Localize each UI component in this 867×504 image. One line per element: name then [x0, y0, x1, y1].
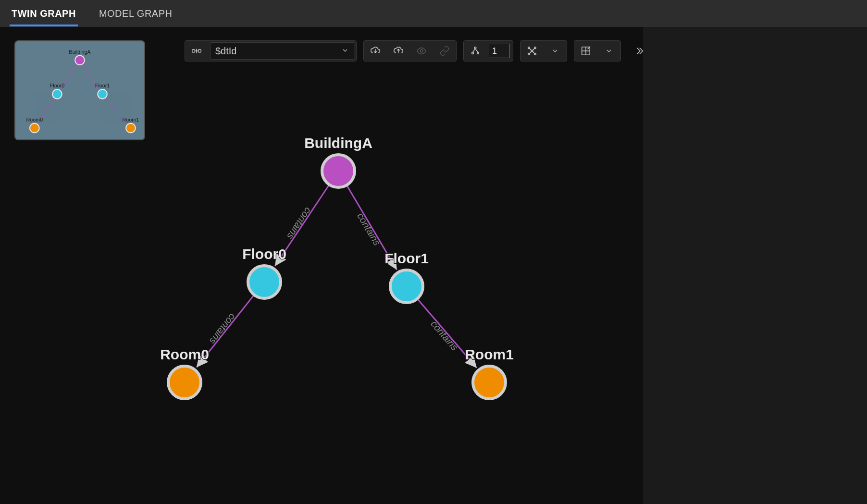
- tab-model-graph[interactable]: MODEL GRAPH: [97, 1, 174, 26]
- svg-point-26: [531, 50, 533, 52]
- svg-line-8: [102, 94, 131, 128]
- cloud-upload-button[interactable]: [387, 40, 410, 61]
- node-Floor0[interactable]: Floor0: [242, 246, 286, 298]
- svg-point-29: [528, 53, 530, 55]
- svg-point-3: [168, 366, 201, 399]
- svg-line-6: [80, 60, 102, 94]
- tab-bar: TWIN GRAPH MODEL GRAPH: [0, 0, 867, 27]
- view-mode-button[interactable]: [574, 40, 597, 61]
- link-button[interactable]: [433, 40, 456, 61]
- view-mode-group: [574, 40, 621, 61]
- minimap-node-Room1: [126, 123, 136, 133]
- view-mode-chevron-button[interactable]: [597, 40, 620, 61]
- expansion-level-input[interactable]: [489, 44, 510, 58]
- svg-point-21: [474, 47, 476, 49]
- id-format-icon[interactable]: [185, 46, 208, 56]
- minimap[interactable]: BuildingAFloor0Floor1Room0Room1: [14, 40, 145, 140]
- layout-group: [520, 40, 567, 61]
- expand-group: [463, 40, 513, 61]
- svg-text:Floor1: Floor1: [95, 83, 110, 88]
- svg-line-33: [530, 51, 532, 53]
- node-label: BuildingA: [304, 135, 372, 151]
- svg-line-34: [533, 51, 534, 53]
- svg-point-0: [322, 155, 355, 187]
- id-selector-group: $dtId: [185, 40, 357, 61]
- svg-point-22: [472, 52, 474, 54]
- svg-line-7: [35, 94, 57, 128]
- io-group: [363, 40, 457, 61]
- svg-text:Floor0: Floor0: [50, 83, 65, 88]
- svg-point-30: [534, 53, 536, 55]
- minimap-node-BuildingA: [75, 55, 85, 65]
- toolbar-overflow-button[interactable]: [628, 40, 651, 61]
- svg-point-23: [477, 52, 479, 54]
- layout-chevron-button[interactable]: [544, 40, 567, 61]
- svg-line-5: [57, 60, 80, 94]
- svg-line-32: [533, 49, 534, 50]
- minimap-node-Floor0: [52, 89, 62, 99]
- edge-label: contains: [355, 211, 383, 247]
- svg-line-24: [473, 49, 476, 52]
- expand-tree-button[interactable]: [464, 40, 487, 61]
- content-area: containscontainscontainscontains Buildin…: [0, 27, 867, 504]
- id-property-dropdown[interactable]: $dtId: [210, 42, 354, 60]
- node-label: Room0: [160, 346, 209, 362]
- svg-point-1: [248, 266, 281, 298]
- svg-line-31: [530, 49, 532, 50]
- svg-rect-14: [192, 49, 195, 52]
- node-label: Room1: [465, 346, 514, 362]
- svg-line-25: [475, 49, 478, 52]
- svg-point-2: [390, 270, 423, 303]
- id-property-value: $dtId: [215, 46, 236, 57]
- svg-text:Room0: Room0: [26, 117, 43, 123]
- chevron-down-icon: [341, 46, 349, 57]
- svg-point-28: [534, 47, 536, 49]
- svg-text:Room1: Room1: [123, 117, 139, 123]
- edge-label: contains: [208, 312, 238, 346]
- minimap-node-Room0: [30, 123, 39, 133]
- svg-rect-15: [198, 49, 201, 52]
- edge-label: contains: [285, 206, 314, 241]
- right-side-panel: [643, 27, 867, 504]
- edge-label: contains: [429, 319, 460, 353]
- node-Room0[interactable]: Room0: [160, 346, 209, 399]
- node-Room1[interactable]: Room1: [465, 346, 514, 399]
- cloud-download-button[interactable]: [364, 40, 387, 61]
- svg-point-27: [528, 47, 530, 49]
- visibility-toggle-button[interactable]: [410, 40, 433, 61]
- svg-point-4: [473, 366, 506, 399]
- minimap-node-Floor1: [98, 89, 107, 99]
- layout-algorithm-button[interactable]: [520, 40, 544, 61]
- node-Floor1[interactable]: Floor1: [384, 250, 429, 303]
- node-BuildingA[interactable]: BuildingA: [304, 135, 372, 187]
- graph-toolbar: $dtId: [185, 40, 651, 61]
- svg-point-20: [420, 49, 423, 52]
- svg-text:BuildingA: BuildingA: [69, 49, 91, 55]
- node-label: Floor1: [384, 250, 429, 266]
- node-label: Floor0: [242, 246, 286, 262]
- tab-twin-graph[interactable]: TWIN GRAPH: [10, 1, 78, 26]
